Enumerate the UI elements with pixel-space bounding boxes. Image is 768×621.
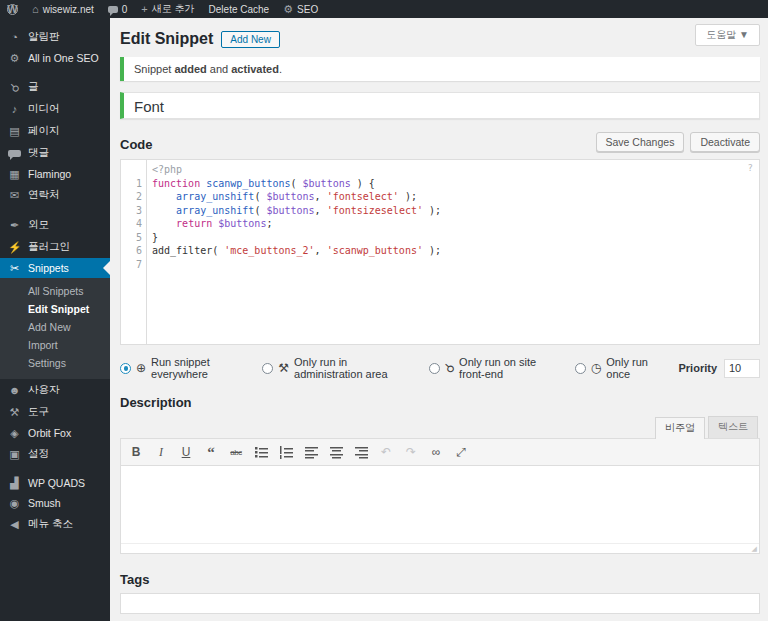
users-icon: ☻: [8, 385, 21, 396]
submenu-item-edit-snippet-label: Edit Snippet: [28, 303, 89, 315]
scope-option-run-frontend-only[interactable]: ⚲Only run on site front-end: [429, 356, 549, 380]
topbar-delete-cache[interactable]: Delete Cache: [202, 0, 277, 18]
editor-code[interactable]: <?phpfunction scanwp_buttons( $buttons )…: [147, 160, 759, 344]
submenu-item-import-label: Import: [28, 339, 58, 351]
toolbar-button-bold[interactable]: B: [125, 442, 147, 462]
sidebar-item-contact-label: 연락처: [28, 188, 60, 202]
resize-handle-icon[interactable]: ◢: [752, 545, 757, 552]
sidebar-item-posts[interactable]: ⚲글: [0, 76, 110, 98]
scope-option-run-admin-only[interactable]: ⚒Only run in administration area: [262, 356, 403, 380]
toolbar-button-undo[interactable]: ↶: [375, 442, 397, 462]
toolbar-button-bullet-list[interactable]: [250, 442, 272, 462]
sidebar-item-settings-general-label: 설정: [28, 447, 49, 461]
topbar-seo-menu-label: SEO: [297, 4, 318, 15]
italic-icon: I: [159, 445, 163, 460]
appearance-icon: ✒: [8, 220, 21, 231]
topbar-site-name[interactable]: ⌂wisewiz.net: [25, 0, 101, 18]
align-center-icon: [330, 446, 343, 459]
code-heading: Code: [120, 137, 153, 152]
plus-icon: +: [141, 4, 147, 15]
submenu-item-all-snippets[interactable]: All Snippets: [0, 282, 110, 300]
scope-option-run-everywhere[interactable]: ⊕Run snippet everywhere: [120, 356, 236, 380]
snippet-title-field[interactable]: Font: [120, 92, 760, 119]
priority-label: Priority: [678, 362, 717, 374]
sidebar-item-snippets[interactable]: ✂Snippets: [0, 258, 110, 278]
scope-option-run-once[interactable]: ◷Only run once: [575, 356, 653, 380]
toolbar-button-italic[interactable]: I: [150, 442, 172, 462]
toolbar-button-strikethrough[interactable]: abc: [225, 442, 247, 462]
radio-run-everywhere[interactable]: [120, 363, 131, 374]
sidebar-item-comments[interactable]: 댓글: [0, 142, 110, 164]
sidebar-item-media-label: 미디어: [28, 102, 60, 116]
submenu-item-import[interactable]: Import: [0, 336, 110, 354]
plugins-icon: ⚡: [8, 242, 21, 253]
editor-help-icon[interactable]: ?: [748, 162, 753, 176]
collapse-icon: ◀: [8, 519, 21, 530]
sidebar-item-orbit-fox-label: Orbit Fox: [28, 427, 71, 439]
radio-run-frontend-only[interactable]: [429, 363, 440, 374]
sidebar-item-smush[interactable]: ◉Smush: [0, 493, 110, 513]
tags-input[interactable]: [120, 593, 760, 614]
description-editor: BIU“abc↶↷∞⤢ ◢: [120, 438, 760, 554]
notice-period: .: [279, 63, 282, 75]
clock-icon: ◷: [591, 362, 601, 374]
sidebar-item-plugins-label: 플러그인: [28, 240, 70, 254]
save-changes-button-top[interactable]: Save Changes: [596, 132, 685, 152]
toolbar-button-align-right[interactable]: [350, 442, 372, 462]
topbar-new-content[interactable]: +새로 추가: [134, 0, 201, 18]
help-button[interactable]: 도움말 ▼: [695, 24, 760, 46]
toolbar-button-underline[interactable]: U: [175, 442, 197, 462]
sidebar-item-orbit-fox[interactable]: ◈Orbit Fox: [0, 423, 110, 443]
submenu-item-settings[interactable]: Settings: [0, 354, 110, 372]
home-icon: ⌂: [32, 4, 39, 15]
sidebar-item-pages-label: 페이지: [28, 124, 60, 138]
submenu-item-add-new[interactable]: Add New: [0, 318, 110, 336]
notice-text: Snippet: [134, 63, 174, 75]
sidebar-item-wp-quads[interactable]: ▟WP QUADS: [0, 473, 110, 493]
add-new-button[interactable]: Add New: [221, 31, 280, 48]
radio-run-admin-only[interactable]: [262, 363, 273, 374]
deactivate-button[interactable]: Deactivate: [690, 132, 760, 152]
submenu-item-edit-snippet[interactable]: Edit Snippet: [0, 300, 110, 318]
description-content[interactable]: [121, 466, 759, 543]
sidebar-item-tools[interactable]: ⚒도구: [0, 401, 110, 423]
toolbar-button-link[interactable]: ∞: [425, 442, 447, 462]
flamingo-icon: ▦: [8, 169, 21, 180]
bullet-list-icon: [255, 446, 268, 459]
tab-visual[interactable]: 비주얼: [655, 417, 705, 439]
wrench-icon: ⚒: [278, 362, 289, 374]
sidebar-item-collapse-menu[interactable]: ◀메뉴 축소: [0, 513, 110, 535]
sidebar-item-settings-general[interactable]: ▣설정: [0, 443, 110, 465]
code-editor[interactable]: 1234567 <?phpfunction scanwp_buttons( $b…: [120, 159, 760, 345]
scope-radio-group: ⊕Run snippet everywhere⚒Only run in admi…: [120, 356, 760, 380]
topbar-comments-count[interactable]: 0: [101, 0, 135, 18]
sidebar-item-users[interactable]: ☻사용자: [0, 379, 110, 401]
sidebar-item-pages[interactable]: ▤페이지: [0, 120, 110, 142]
sidebar-item-contact[interactable]: ✉연락처: [0, 184, 110, 206]
topbar-wordpress-menu[interactable]: W: [0, 0, 25, 18]
toolbar-button-numbered-list[interactable]: [275, 442, 297, 462]
settings-icon: ▣: [8, 449, 21, 460]
radio-run-once[interactable]: [575, 363, 586, 374]
sidebar-item-all-in-one-seo[interactable]: ⚙All in One SEO: [0, 48, 110, 68]
sidebar-item-plugins[interactable]: ⚡플러그인: [0, 236, 110, 258]
code-line-6: add_filter( 'mce_buttons_2', 'scanwp_but…: [152, 244, 759, 258]
toolbar-button-align-center[interactable]: [325, 442, 347, 462]
tab-text[interactable]: 텍스트: [708, 416, 758, 438]
toolbar-button-fullscreen[interactable]: ⤢: [450, 442, 472, 462]
sidebar-item-media[interactable]: ♪미디어: [0, 98, 110, 120]
sidebar-item-dashboard[interactable]: ◔알림판: [0, 26, 110, 48]
topbar-seo-menu[interactable]: ⚙SEO: [276, 0, 325, 18]
sidebar-item-flamingo[interactable]: ▦Flamingo: [0, 164, 110, 184]
editor-toolbar: BIU“abc↶↷∞⤢: [121, 439, 759, 466]
comment-icon: [108, 6, 118, 13]
toolbar-button-blockquote[interactable]: “: [200, 442, 222, 462]
sidebar-item-appearance[interactable]: ✒외모: [0, 214, 110, 236]
priority-input[interactable]: [724, 359, 760, 378]
toolbar-button-redo[interactable]: ↷: [400, 442, 422, 462]
sidebar-item-posts-label: 글: [28, 80, 39, 94]
align-right-icon: [355, 446, 368, 459]
sidebar-item-dashboard-label: 알림판: [28, 30, 60, 44]
toolbar-button-align-left[interactable]: [300, 442, 322, 462]
scope-option-run-frontend-only-label: Only run on site front-end: [459, 356, 549, 380]
